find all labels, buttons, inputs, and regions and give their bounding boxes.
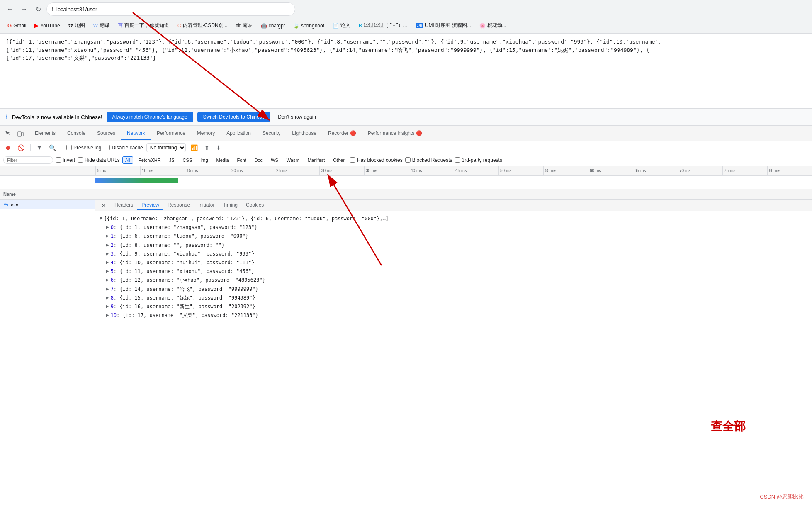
tab-memory[interactable]: Memory <box>191 127 221 140</box>
tab-performance[interactable]: Performance <box>151 127 191 140</box>
request-row-user[interactable]: 🗃 user <box>0 200 95 209</box>
bookmark-springboot[interactable]: 🍃 springboot <box>290 22 328 29</box>
tick-75ms: 75 ms <box>722 166 767 176</box>
invert-label[interactable]: Invert <box>56 157 75 163</box>
filter-other[interactable]: Other <box>330 156 348 164</box>
hide-data-urls-label[interactable]: Hide data URLs <box>78 157 120 163</box>
third-party-requests-label[interactable]: 3rd-party requests <box>455 157 502 163</box>
record-button[interactable]: ⏺ <box>3 144 12 152</box>
filter-wasm[interactable]: Wasm <box>284 156 302 164</box>
throttle-select[interactable]: No throttling Fast 3G Slow 3G Offline <box>146 143 186 152</box>
tab-sources[interactable]: Sources <box>91 127 121 140</box>
sub-tab-timing[interactable]: Timing <box>219 200 242 210</box>
bookmark-paper[interactable]: 📄 论文 <box>329 21 354 30</box>
preserve-log-label[interactable]: Preserve log <box>66 145 101 151</box>
tab-console[interactable]: Console <box>61 127 91 140</box>
disable-cache-checkbox[interactable] <box>105 145 110 150</box>
response-item-9: ▶ 9: {id: 16, username: "新生", password: … <box>106 302 808 311</box>
item-3-arrow[interactable]: ▶ <box>106 250 109 258</box>
tab-network[interactable]: Network <box>121 127 151 140</box>
item-5-arrow[interactable]: ▶ <box>106 268 109 275</box>
third-party-requests-checkbox[interactable] <box>455 157 460 163</box>
item-10-arrow[interactable]: ▶ <box>106 312 109 319</box>
filter-all[interactable]: All <box>122 156 133 164</box>
bookmark-csdn[interactable]: C 内容管理-CSDN创... <box>174 21 231 30</box>
tick-35ms: 35 ms <box>364 166 409 176</box>
tab-security[interactable]: Security <box>257 127 286 140</box>
clear-button[interactable]: 🚫 <box>16 144 26 152</box>
disable-cache-label[interactable]: Disable cache <box>105 145 143 151</box>
paper-icon: 📄 <box>333 23 339 29</box>
bookmark-sakura[interactable]: 🌸 樱花动... <box>476 21 510 30</box>
tab-performance-insights[interactable]: Performance insights 🔴 <box>362 127 428 140</box>
item-7-arrow[interactable]: ▶ <box>106 285 109 293</box>
preserve-log-checkbox[interactable] <box>66 145 72 150</box>
always-match-language-button[interactable]: Always match Chrome's language <box>107 112 193 122</box>
blocked-requests-checkbox[interactable] <box>405 157 411 163</box>
filter-css[interactable]: CSS <box>180 156 195 164</box>
bookmark-nannong[interactable]: 🏛 南农 <box>233 21 256 30</box>
bookmark-gmail[interactable]: G Gmail <box>4 22 29 29</box>
request-sidebar: 🗃 user <box>0 200 95 382</box>
filter-manifest[interactable]: Manifest <box>305 156 328 164</box>
sub-tab-cookies[interactable]: Cookies <box>242 200 268 210</box>
bookmark-chatgpt[interactable]: 🤖 chatgpt <box>258 22 288 29</box>
close-detail-button[interactable]: ✕ <box>99 201 109 209</box>
filter-media[interactable]: Media <box>214 156 232 164</box>
sub-tab-preview[interactable]: Preview <box>137 200 163 210</box>
bookmark-baidu[interactable]: 百 百度一下，你就知道 <box>114 21 173 30</box>
address-bar[interactable]: ℹ localhost:81/user <box>46 2 295 16</box>
refresh-button[interactable]: ↻ <box>32 3 44 15</box>
sub-tab-initiator[interactable]: Initiator <box>194 200 219 210</box>
chinese-annotation: 查全部 <box>711 419 746 434</box>
sub-tab-response[interactable]: Response <box>163 200 194 210</box>
sub-tab-headers[interactable]: Headers <box>110 200 137 210</box>
hide-data-urls-checkbox[interactable] <box>78 157 83 163</box>
item-8-arrow[interactable]: ▶ <box>106 294 109 302</box>
invert-checkbox[interactable] <box>56 157 61 163</box>
filter-fetch-xhr[interactable]: Fetch/XHR <box>136 156 164 164</box>
bookmark-translate[interactable]: W 翻译 <box>90 21 113 30</box>
tick-20ms: 20 ms <box>230 166 275 176</box>
tab-lighthouse[interactable]: Lighthouse <box>286 127 322 140</box>
switch-to-chinese-button[interactable]: Switch DevTools to Chinese <box>197 112 271 122</box>
export-icon[interactable]: ⬇ <box>214 144 223 152</box>
filter-input[interactable] <box>3 156 53 164</box>
filter-img[interactable]: Img <box>197 156 211 164</box>
filter-js[interactable]: JS <box>166 156 177 164</box>
blocked-requests-label[interactable]: Blocked Requests <box>405 157 452 163</box>
bookmark-uml[interactable]: On UML时序图 流程图... <box>412 21 474 30</box>
filter-icon-button[interactable] <box>35 144 44 151</box>
has-blocked-cookies-checkbox[interactable] <box>350 157 355 163</box>
item-9-arrow[interactable]: ▶ <box>106 303 109 310</box>
bookmark-map[interactable]: 🗺 地图 <box>65 21 88 30</box>
import-icon[interactable]: ⬆ <box>203 144 211 152</box>
search-icon-button[interactable]: 🔍 <box>47 144 58 152</box>
collapse-arrow[interactable]: ▼ <box>100 215 102 222</box>
item-0-arrow[interactable]: ▶ <box>106 224 109 231</box>
item-4-arrow[interactable]: ▶ <box>106 259 109 266</box>
dont-show-again-button[interactable]: Don't show again <box>275 112 319 122</box>
network-conditions-icon[interactable]: 📶 <box>189 144 199 152</box>
tab-elements[interactable]: Elements <box>29 127 61 140</box>
timeline-bar <box>95 178 178 183</box>
item-6-arrow[interactable]: ▶ <box>106 276 109 284</box>
bookmark-youtube[interactable]: ▶ YouTube <box>31 22 63 29</box>
tab-application[interactable]: Application <box>221 127 257 140</box>
filter-font[interactable]: Font <box>234 156 249 164</box>
item-2-arrow[interactable]: ▶ <box>106 241 109 249</box>
svg-rect-1 <box>21 133 24 136</box>
back-button[interactable]: ← <box>4 3 16 15</box>
filter-doc[interactable]: Doc <box>252 156 266 164</box>
forward-button[interactable]: → <box>18 3 30 15</box>
element-picker-icon[interactable] <box>2 129 14 139</box>
device-toolbar-icon[interactable] <box>15 129 27 139</box>
filter-ws[interactable]: WS <box>268 156 281 164</box>
item-5-content: 5: {id: 11, username: "xiaohu", password… <box>111 268 255 275</box>
tab-recorder[interactable]: Recorder 🔴 <box>322 127 362 140</box>
name-column-header: Name <box>0 189 95 199</box>
item-1-arrow[interactable]: ▶ <box>106 232 109 240</box>
response-item-3: ▶ 3: {id: 9, username: "xiaohua", passwo… <box>106 250 808 258</box>
bookmark-bilibili[interactable]: B 哔哩哔哩（ " - "）... <box>355 21 411 30</box>
has-blocked-cookies-label[interactable]: Has blocked cookies <box>350 157 403 163</box>
